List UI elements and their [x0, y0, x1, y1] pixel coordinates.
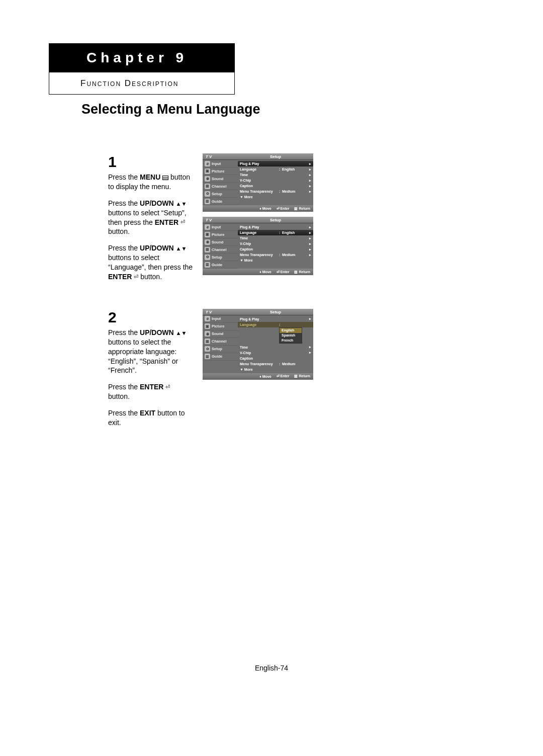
osd-setup-label: Setup: [238, 309, 313, 315]
row-transparency: Menu Transparency:Medium: [238, 361, 313, 367]
sound-icon: ◉: [205, 239, 210, 245]
chevron-right-icon: ▸: [309, 190, 311, 194]
osd-sidebar: ⎚Input ▣Picture ◉Sound ▤Channel ✿Setup ▥…: [203, 315, 238, 373]
footer-move: ♦ Move: [259, 270, 271, 274]
sidebar-item-setup: ✿Setup: [203, 346, 238, 353]
footer-return: ▥ Return: [294, 374, 310, 378]
row-caption: Caption: [238, 356, 313, 361]
row-caption: Caption▸: [238, 183, 313, 189]
row-transparency: Menu Transparency:Medium▸: [238, 252, 313, 258]
osd-tv-label: T V: [203, 309, 238, 315]
row-plugplay: Plug & Play▸: [238, 316, 313, 322]
guide-icon: ▥: [205, 354, 210, 359]
manual-page: Chapter 9 Function Description Selecting…: [49, 43, 494, 435]
sidebar-item-input: ⎚Input: [203, 223, 238, 231]
menu-icon: [162, 176, 168, 180]
instruction: Press the UP/DOWN ▲▼ buttons to select “…: [108, 243, 194, 282]
osd-setup-label: Setup: [238, 153, 313, 160]
row-time: Time▸: [238, 235, 313, 241]
row-more: ▼ More: [238, 194, 313, 200]
row-vchip: V-Chip▸: [238, 350, 313, 356]
sidebar-item-channel: ▤Channel: [203, 246, 238, 254]
enter-icon: ⏎: [180, 218, 185, 226]
row-caption: Caption▸: [238, 246, 313, 252]
sound-icon: ◉: [205, 331, 210, 337]
row-language: Language:English▸: [238, 230, 313, 235]
osd-screen: T V Setup ⎚Input ▣Picture ◉Sound ▤Channe…: [203, 217, 313, 275]
chapter-label: Chapter 9: [86, 50, 188, 66]
sidebar-item-picture: ▣Picture: [203, 167, 238, 175]
osd-tv-label: T V: [203, 217, 238, 223]
osd-screen: T V Setup ⎚Input ▣Picture ◉Sound ▤Channe…: [203, 153, 313, 212]
sidebar-item-setup: ✿Setup: [203, 254, 238, 261]
footer-enter: ⏎ Enter: [277, 270, 290, 274]
step-2-text: 2 Press the UP/DOWN ▲▼ buttons to select…: [108, 309, 194, 435]
osd-main: Plug & Play▸ Language:English▸ Time▸ V-C…: [238, 160, 313, 205]
sidebar-item-sound: ◉Sound: [203, 330, 238, 338]
updown-icon: ▲▼: [176, 329, 187, 337]
osd-footer: ♦ Move ⏎ Enter ▥ Return: [203, 269, 313, 275]
osd-setup-label: Setup: [238, 217, 313, 223]
sidebar-item-channel: ▤Channel: [203, 183, 238, 190]
page-number: English-74: [0, 664, 543, 672]
osd-tv-label: T V: [203, 153, 238, 160]
row-vchip: V-Chip▸: [238, 241, 313, 246]
enter-icon: ⏎: [165, 383, 170, 391]
instruction: Press the UP/DOWN ▲▼ buttons to select “…: [108, 199, 194, 237]
chevron-right-icon: ▸: [309, 317, 311, 321]
row-language: Language:English▸: [238, 166, 313, 172]
row-plugplay: Plug & Play▸: [238, 224, 313, 230]
picture-icon: ▣: [205, 323, 210, 329]
step-2: 2 Press the UP/DOWN ▲▼ buttons to select…: [108, 309, 450, 435]
instruction: Press the UP/DOWN ▲▼ buttons to select t…: [108, 328, 194, 375]
language-dropdown: English Spanish French: [279, 327, 302, 344]
enter-icon: ⏎: [134, 273, 138, 281]
step-1-text: 1 Press the MENU button to display the m…: [108, 153, 194, 289]
step-1-screens: T V Setup ⎚Input ▣Picture ◉Sound ▤Channe…: [203, 153, 313, 275]
sidebar-item-picture: ▣Picture: [203, 231, 238, 238]
osd-main: Plug & Play▸ Language:English▸ Time▸ V-C…: [238, 223, 313, 269]
chevron-right-icon: ▸: [309, 247, 311, 251]
sidebar-item-setup: ✿Setup: [203, 190, 238, 198]
chevron-right-icon: ▸: [309, 184, 311, 188]
osd-footer: ♦ Move ⏎ Enter ▥ Return: [203, 205, 313, 212]
picture-icon: ▣: [205, 169, 210, 174]
sidebar-item-input: ⎚Input: [203, 315, 238, 323]
osd-main: Plug & Play▸ Language: English Spanish F…: [238, 315, 313, 373]
step-number: 1: [108, 153, 194, 171]
guide-icon: ▥: [205, 262, 210, 268]
row-language: Language:: [238, 322, 313, 327]
lang-option-spanish: Spanish: [280, 333, 302, 338]
chevron-right-icon: ▸: [309, 162, 311, 166]
chevron-right-icon: ▸: [309, 345, 311, 349]
lang-option-english: English: [280, 328, 302, 333]
row-more: ▼ More: [238, 367, 313, 372]
footer-move: ♦ Move: [259, 207, 271, 210]
footer-move: ♦ Move: [259, 375, 271, 378]
chevron-right-icon: ▸: [309, 231, 311, 235]
section-label: Function Description: [80, 78, 178, 89]
osd-sidebar: ⎚Input ▣Picture ◉Sound ▤Channel ✿Setup ▥…: [203, 223, 238, 269]
sidebar-item-input: ⎚Input: [203, 160, 238, 167]
input-icon: ⎚: [205, 224, 210, 230]
step-number: 2: [108, 309, 194, 326]
instruction: Press the ENTER ⏎ button.: [108, 382, 194, 401]
chevron-right-icon: ▸: [309, 351, 311, 355]
chevron-right-icon: ▸: [309, 242, 311, 246]
footer-enter: ⏎ Enter: [277, 374, 290, 378]
row-more: ▼ More: [238, 258, 313, 263]
row-vchip: V-Chip▸: [238, 178, 313, 183]
osd-screen: T V Setup ⎚Input ▣Picture ◉Sound ▤Channe…: [203, 309, 313, 380]
chevron-right-icon: ▸: [309, 236, 311, 240]
guide-icon: ▥: [205, 199, 210, 204]
step-1: 1 Press the MENU button to display the m…: [108, 153, 450, 289]
row-transparency: Menu Transparency:Medium▸: [238, 189, 313, 194]
lang-option-french: French: [280, 338, 302, 343]
chevron-right-icon: ▸: [309, 179, 311, 183]
sidebar-item-guide: ▥Guide: [203, 198, 238, 205]
input-icon: ⎚: [205, 161, 210, 166]
channel-icon: ▤: [205, 247, 210, 253]
steps-container: 1 Press the MENU button to display the m…: [108, 153, 450, 435]
input-icon: ⎚: [205, 316, 210, 321]
channel-icon: ▤: [205, 184, 210, 189]
